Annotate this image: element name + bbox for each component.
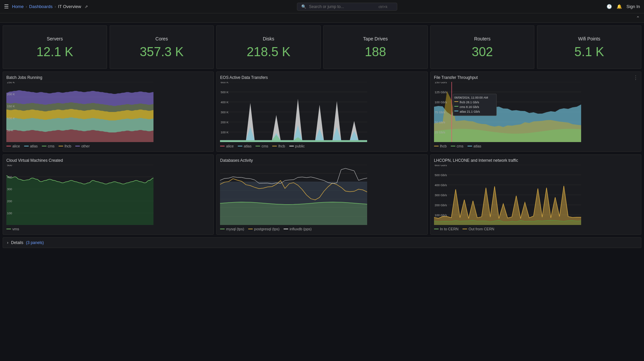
stat-label: Cores (155, 36, 168, 41)
legend-item-lhcb: lhcb (59, 144, 71, 148)
stat-label: Wifi Points (578, 36, 600, 41)
svg-text:200 Gb/s: 200 Gb/s (435, 204, 447, 207)
sign-in-button[interactable]: Sign In (627, 4, 640, 9)
legend-item-In to CERN: In to CERN (434, 227, 459, 231)
breadcrumb-sep2: › (55, 4, 56, 9)
legend-item-cms: cms (255, 144, 268, 148)
stat-value: 188 (365, 45, 386, 58)
legend-item-other: other (75, 144, 90, 148)
topbar-left: ☰ Home › Dashboards › IT Overview ⇗ (4, 3, 88, 10)
stat-card-routers: Routers 302 (430, 25, 535, 69)
panel-cloud-vms: Cloud Virtual Machines Created12:0016:00… (3, 154, 214, 235)
svg-text:500: 500 (7, 165, 12, 167)
details-label: Details (11, 240, 23, 245)
svg-text:600 Gb/s: 600 Gb/s (435, 165, 447, 167)
svg-text:400 Gb/s: 400 Gb/s (435, 184, 447, 187)
legend-color (42, 146, 46, 146)
hamburger-menu[interactable]: ☰ (4, 3, 9, 10)
panel-menu-file-transfer[interactable]: ⋮ (633, 75, 638, 81)
topbar-right: 🕐 🔔 Sign In (607, 4, 640, 9)
legend-label: cms (48, 144, 55, 148)
legend-item-alice: alice (220, 144, 234, 148)
legend-color (434, 146, 439, 146)
legend-label: atlas (473, 144, 481, 148)
details-row[interactable]: › Details (3 panels) (3, 237, 641, 248)
legend-label: atlas (244, 144, 251, 148)
panel-network-traffic: LHCOPN, LHCONE and Internet network traf… (430, 154, 641, 235)
svg-rect-47 (454, 106, 458, 107)
svg-text:200 K: 200 K (7, 93, 15, 96)
legend-item-atlas: atlas (467, 144, 481, 148)
legend-color (6, 229, 11, 229)
svg-text:cms  8.16 Gb/s: cms 8.16 Gb/s (459, 105, 479, 109)
svg-text:100 Gb/s: 100 Gb/s (435, 214, 447, 217)
svg-text:250 K: 250 K (7, 82, 15, 84)
search-input[interactable] (309, 4, 376, 9)
legend-color (284, 229, 288, 229)
legend-label: influxdb (pps) (290, 227, 312, 231)
svg-text:300: 300 (7, 188, 12, 191)
legend-item-mysql (tps): mysql (tps) (220, 227, 244, 231)
legend-label: In to CERN (440, 227, 459, 231)
bell-icon[interactable]: 🔔 (617, 4, 622, 9)
legend-file-transfer: lhcbcmsatlas (434, 144, 638, 148)
svg-text:300 Gb/s: 300 Gb/s (435, 194, 447, 197)
panel-title-network-traffic: LHCOPN, LHCONE and Internet network traf… (434, 158, 638, 163)
stat-row: Servers 12.1 K Cores 357.3 K Disks 218.5… (3, 25, 641, 69)
svg-rect-45 (454, 101, 458, 102)
stat-value: 302 (472, 45, 493, 58)
panels-row-2: Cloud Virtual Machines Created12:0016:00… (3, 154, 641, 235)
legend-item-alice: alice (6, 144, 20, 148)
svg-text:100: 100 (7, 212, 12, 215)
legend-color (467, 146, 472, 146)
panel-title-eos-transfers: EOS Active Data Transfers (220, 75, 424, 80)
stat-card-servers: Servers 12.1 K (3, 25, 107, 69)
svg-text:150 Gb/s: 150 Gb/s (435, 82, 447, 84)
breadcrumb-sep1: › (26, 4, 27, 9)
stat-label: Tape Drives (363, 36, 388, 41)
legend-color (289, 146, 294, 146)
svg-text:600 K: 600 K (221, 82, 229, 84)
share-icon[interactable]: ⇗ (85, 4, 88, 9)
legend-batch-jobs: aliceatlascmslhcbother (6, 144, 210, 148)
chart-network-traffic: 12:0016:0020:0000:0004:0008:00100 Gb/s20… (434, 165, 638, 225)
breadcrumb: Home › Dashboards › IT Overview (12, 4, 81, 9)
legend-label: lhcb (440, 144, 447, 148)
topbar: ☰ Home › Dashboards › IT Overview ⇗ 🔍 ct… (0, 0, 644, 13)
chart-file-transfer: 06/06/2024, 11:00:00 AMlhcb 28.1 Gb/scms… (434, 82, 638, 142)
legend-label: public (295, 144, 305, 148)
breadcrumb-home[interactable]: Home (12, 4, 24, 9)
search-shortcut: ctrl+k (379, 5, 388, 9)
svg-text:75 Gb/s: 75 Gb/s (435, 111, 445, 114)
legend-color (248, 229, 253, 229)
legend-item-cms: cms (451, 144, 463, 148)
clock-icon[interactable]: 🕐 (607, 4, 612, 9)
legend-item-lhcb: lhcb (272, 144, 285, 148)
stat-label: Routers (474, 36, 491, 41)
breadcrumb-dashboards[interactable]: Dashboards (29, 4, 52, 9)
legend-item-public: public (289, 144, 305, 148)
legend-label: lhcb (278, 144, 285, 148)
legend-label: alice (226, 144, 234, 148)
legend-item-lhcb: lhcb (434, 144, 447, 148)
svg-text:50 Gb/s: 50 Gb/s (435, 121, 445, 124)
search-bar[interactable]: 🔍 ctrl+k (297, 3, 397, 11)
details-sub: (3 panels) (26, 240, 44, 245)
legend-color (220, 146, 225, 146)
stat-value: 357.3 K (140, 45, 184, 58)
legend-color (75, 146, 80, 146)
svg-text:400: 400 (7, 175, 12, 179)
legend-item-influxdb (pps): influxdb (pps) (284, 227, 312, 231)
svg-text:lhcb  28.1 Gb/s: lhcb 28.1 Gb/s (459, 101, 479, 104)
svg-text:atlas  21.1 Gb/s: atlas 21.1 Gb/s (459, 110, 480, 113)
stat-value: 218.5 K (247, 45, 291, 58)
svg-text:300 K: 300 K (221, 111, 229, 114)
stat-card-cores: Cores 357.3 K (110, 25, 214, 69)
svg-text:100 Gb/s: 100 Gb/s (435, 101, 447, 104)
collapse-icon[interactable]: ⌃ (636, 15, 640, 21)
legend-label: other (81, 144, 90, 148)
stat-label: Disks (263, 36, 274, 41)
legend-label: alice (12, 144, 20, 148)
chart-eos-transfers: 12:0016:0020:0000:0004:0008:00100 K200 K… (220, 82, 424, 142)
legend-color (272, 146, 277, 146)
